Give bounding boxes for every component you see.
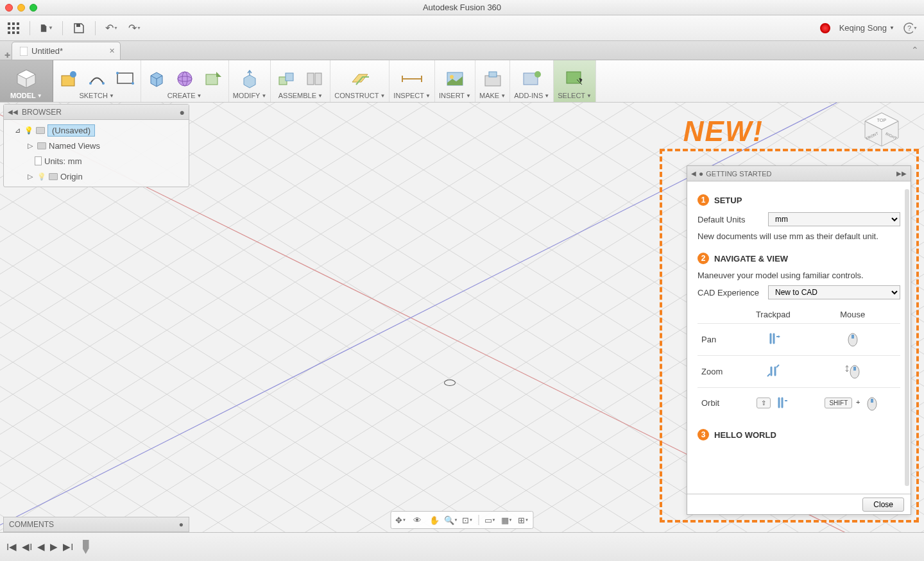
getting-started-header[interactable]: ◀ ● GETTING STARTED ▶▶ (687, 166, 911, 181)
ribbon-label-make[interactable]: MAKE▼ (479, 92, 506, 101)
make-3dprint-icon[interactable] (481, 67, 504, 90)
new-doc-icon[interactable]: ✚ (3, 51, 12, 60)
addins-scripts-icon[interactable] (520, 67, 543, 90)
setup-note: New documents will use mm as their defau… (697, 231, 900, 241)
cad-experience-select[interactable]: New to CAD (768, 285, 900, 299)
timeline-step-back-icon[interactable]: ◀I (22, 541, 32, 553)
user-menu[interactable]: Keqing Song ▼ (839, 23, 894, 33)
svg-point-15 (89, 82, 92, 85)
minimize-window-button[interactable] (17, 4, 25, 12)
ribbon-group-modify: MODIFY▼ (229, 60, 271, 102)
svg-rect-23 (206, 74, 218, 85)
ribbon-label-construct[interactable]: CONSTRUCT▼ (334, 92, 385, 101)
collapse-caret-icon[interactable]: ⊿ (13, 126, 22, 135)
fit-icon[interactable]: ⊡▼ (460, 514, 475, 526)
svg-rect-26 (307, 73, 314, 85)
viewport-layout-icon[interactable]: ⊞▼ (516, 514, 531, 526)
timeline-play-back-icon[interactable]: ◀ (37, 541, 45, 553)
ribbon-label-create[interactable]: CREATE▼ (167, 92, 202, 101)
expand-caret-icon[interactable]: ▷ (26, 141, 35, 150)
insert-decal-icon[interactable] (443, 67, 466, 90)
close-tab-icon[interactable]: ✕ (109, 47, 115, 55)
apps-grid-icon[interactable] (6, 21, 21, 35)
mouse-zoom-icon (844, 362, 861, 379)
pin-icon[interactable]: ▶▶ (896, 170, 907, 177)
visibility-bulb-icon[interactable]: 💡 (24, 126, 33, 135)
add-comment-icon[interactable]: ● (179, 520, 184, 529)
tree-item-named-views[interactable]: ▷ Named Views (4, 138, 189, 153)
orbit-icon[interactable]: ✥▼ (393, 514, 409, 526)
visibility-bulb-icon[interactable]: 💡 (37, 172, 46, 181)
comments-panel-header[interactable]: COMMENTS ● (3, 517, 189, 532)
expand-caret-icon[interactable]: ▷ (26, 172, 35, 181)
browser-options-icon[interactable]: ● (180, 107, 185, 117)
browser-header[interactable]: ◀◀ BROWSER ● (4, 105, 189, 120)
svg-rect-12 (20, 47, 28, 56)
viewcube[interactable]: TOP FRONT RIGHT (859, 109, 905, 155)
document-icon (35, 156, 42, 165)
svg-rect-50 (853, 367, 856, 371)
record-button[interactable] (820, 23, 830, 33)
construct-plane-icon[interactable] (348, 67, 372, 90)
zoom-icon[interactable]: 🔍▼ (443, 514, 459, 526)
display-settings-icon[interactable]: ▭▼ (483, 514, 498, 526)
create-derive-icon[interactable] (201, 67, 225, 90)
timeline-marker[interactable] (83, 540, 89, 554)
timeline-end-icon[interactable]: ▶I (63, 541, 73, 553)
svg-point-32 (450, 75, 454, 79)
ribbon-label-inspect[interactable]: INSPECT▼ (393, 92, 431, 101)
ribbon-label-assemble[interactable]: ASSEMBLE▼ (278, 92, 323, 101)
grid-settings-icon[interactable]: ▦▼ (499, 514, 515, 526)
sketch-spline-icon[interactable] (85, 67, 108, 90)
svg-rect-1 (12, 22, 15, 25)
modify-pressPull-icon[interactable] (238, 67, 261, 90)
plus-label: + (856, 398, 860, 406)
close-button[interactable]: Close (862, 498, 904, 512)
undo-icon[interactable]: ↶▼ (105, 21, 119, 35)
sketch-create-icon[interactable] (57, 67, 80, 90)
svg-text:?: ? (907, 24, 911, 32)
tree-item-origin[interactable]: ▷ 💡 Origin (4, 169, 189, 184)
workspace-switcher[interactable]: MODEL▼ (0, 60, 53, 102)
save-icon[interactable] (72, 21, 86, 35)
ribbon-label-sketch[interactable]: SKETCH▼ (79, 92, 114, 101)
create-sphere-icon[interactable] (173, 67, 196, 90)
scrollbar[interactable] (905, 189, 909, 486)
ribbon-group-create: CREATE▼ (141, 60, 229, 102)
sketch-rect-icon[interactable] (114, 67, 137, 90)
svg-rect-3 (8, 27, 10, 29)
document-icon (20, 47, 28, 56)
assemble-joint-icon[interactable] (275, 67, 298, 90)
file-menu-icon[interactable]: ▼ (39, 21, 53, 35)
pan-icon[interactable]: ✋ (427, 514, 442, 526)
help-icon[interactable]: ?▼ (903, 21, 918, 35)
collapse-icon[interactable]: ◀ (691, 170, 696, 177)
create-box-icon[interactable] (145, 67, 168, 90)
row-pan-label: Pan (697, 324, 741, 356)
expand-panel-icon[interactable]: ⌃ (911, 45, 919, 55)
timeline-play-icon[interactable]: ▶ (50, 541, 58, 553)
assemble-contact-icon[interactable] (303, 67, 326, 90)
ribbon-label-modify[interactable]: MODIFY▼ (233, 92, 267, 101)
ribbon-label-select[interactable]: SELECT▼ (558, 92, 592, 101)
ribbon-label-addins[interactable]: ADD-INS▼ (514, 92, 549, 101)
tree-root[interactable]: ⊿ 💡 (Unsaved) (4, 122, 189, 138)
maximize-window-button[interactable] (30, 4, 37, 12)
look-at-icon[interactable]: 👁 (410, 514, 425, 526)
step-badge-3: 3 (697, 429, 709, 440)
svg-rect-48 (851, 335, 854, 339)
document-tab[interactable]: Untitled* ✕ (12, 42, 121, 60)
section-hello-title: HELLO WORLD (714, 430, 776, 440)
close-window-button[interactable] (5, 4, 13, 12)
default-units-select[interactable]: mm (768, 212, 900, 226)
ribbon-label-insert[interactable]: INSERT▼ (439, 92, 471, 101)
step-badge-1: 1 (697, 194, 709, 206)
timeline-start-icon[interactable]: I◀ (6, 541, 17, 553)
collapse-icon[interactable]: ◀◀ (8, 108, 18, 115)
svg-rect-8 (17, 31, 19, 34)
inspect-measure-icon[interactable] (400, 67, 424, 90)
svg-rect-2 (17, 22, 19, 25)
tree-item-units[interactable]: Units: mm (4, 153, 189, 169)
select-icon[interactable] (563, 67, 586, 90)
redo-icon[interactable]: ↷▼ (128, 21, 142, 35)
